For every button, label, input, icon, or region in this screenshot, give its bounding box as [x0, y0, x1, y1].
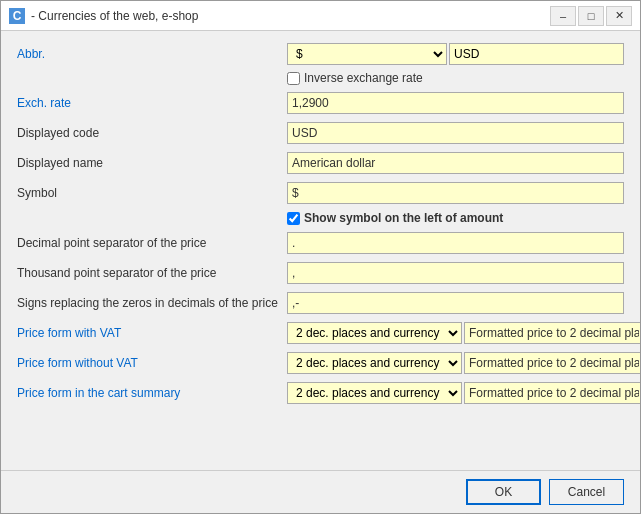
cancel-button[interactable]: Cancel: [549, 479, 624, 505]
inverse-rate-label: Inverse exchange rate: [304, 71, 423, 85]
displayed-code-row: Displayed code: [17, 121, 624, 145]
symbol-label: Symbol: [17, 186, 287, 200]
price-cart-select[interactable]: 2 dec. places and currency: [287, 382, 462, 404]
exch-rate-label: Exch. rate: [17, 96, 287, 110]
displayed-name-input[interactable]: [287, 152, 624, 174]
form-content: Abbr. $ Inverse exchange rate Exch. rate…: [1, 31, 640, 470]
maximize-button[interactable]: □: [578, 6, 604, 26]
price-cart-formatted[interactable]: [464, 382, 640, 404]
price-with-vat-row: Price form with VAT 2 dec. places and cu…: [17, 321, 624, 345]
displayed-name-label: Displayed name: [17, 156, 287, 170]
window-title: - Currencies of the web, e-shop: [31, 9, 550, 23]
price-without-vat-label: Price form without VAT: [17, 356, 287, 370]
minimize-button[interactable]: –: [550, 6, 576, 26]
price-without-vat-controls: 2 dec. places and currency: [287, 352, 640, 374]
inverse-rate-checkbox[interactable]: [287, 72, 300, 85]
main-window: C - Currencies of the web, e-shop – □ ✕ …: [0, 0, 641, 514]
close-button[interactable]: ✕: [606, 6, 632, 26]
inverse-rate-row: Inverse exchange rate: [287, 71, 624, 85]
title-bar: C - Currencies of the web, e-shop – □ ✕: [1, 1, 640, 31]
app-icon: C: [9, 8, 25, 24]
thousand-point-label: Thousand point separator of the price: [17, 266, 287, 280]
footer: OK Cancel: [1, 470, 640, 513]
price-with-vat-formatted[interactable]: [464, 322, 640, 344]
price-with-vat-select[interactable]: 2 dec. places and currency: [287, 322, 462, 344]
displayed-name-row: Displayed name: [17, 151, 624, 175]
show-symbol-row: Show symbol on the left of amount: [287, 211, 624, 225]
title-controls: – □ ✕: [550, 6, 632, 26]
decimal-point-label: Decimal point separator of the price: [17, 236, 287, 250]
price-without-vat-row: Price form without VAT 2 dec. places and…: [17, 351, 624, 375]
show-symbol-label: Show symbol on the left of amount: [304, 211, 503, 225]
abbr-code-input[interactable]: [449, 43, 624, 65]
price-with-vat-controls: 2 dec. places and currency: [287, 322, 640, 344]
symbol-input[interactable]: [287, 182, 624, 204]
show-symbol-checkbox[interactable]: [287, 212, 300, 225]
price-without-vat-formatted[interactable]: [464, 352, 640, 374]
zeros-row: Signs replacing the zeros in decimals of…: [17, 291, 624, 315]
price-cart-label: Price form in the cart summary: [17, 386, 287, 400]
price-with-vat-label: Price form with VAT: [17, 326, 287, 340]
price-cart-row: Price form in the cart summary 2 dec. pl…: [17, 381, 624, 405]
price-without-vat-select[interactable]: 2 dec. places and currency: [287, 352, 462, 374]
displayed-code-input[interactable]: [287, 122, 624, 144]
zeros-label: Signs replacing the zeros in decimals of…: [17, 296, 287, 310]
abbr-select[interactable]: $: [287, 43, 447, 65]
thousand-point-input[interactable]: [287, 262, 624, 284]
thousand-point-row: Thousand point separator of the price: [17, 261, 624, 285]
decimal-point-input[interactable]: [287, 232, 624, 254]
ok-button[interactable]: OK: [466, 479, 541, 505]
decimal-point-row: Decimal point separator of the price: [17, 231, 624, 255]
exch-rate-input[interactable]: [287, 92, 624, 114]
abbr-row: Abbr. $: [17, 43, 624, 65]
zeros-input[interactable]: [287, 292, 624, 314]
symbol-row: Symbol: [17, 181, 624, 205]
abbr-label: Abbr.: [17, 47, 287, 61]
displayed-code-label: Displayed code: [17, 126, 287, 140]
exch-rate-row: Exch. rate: [17, 91, 624, 115]
price-cart-controls: 2 dec. places and currency: [287, 382, 640, 404]
